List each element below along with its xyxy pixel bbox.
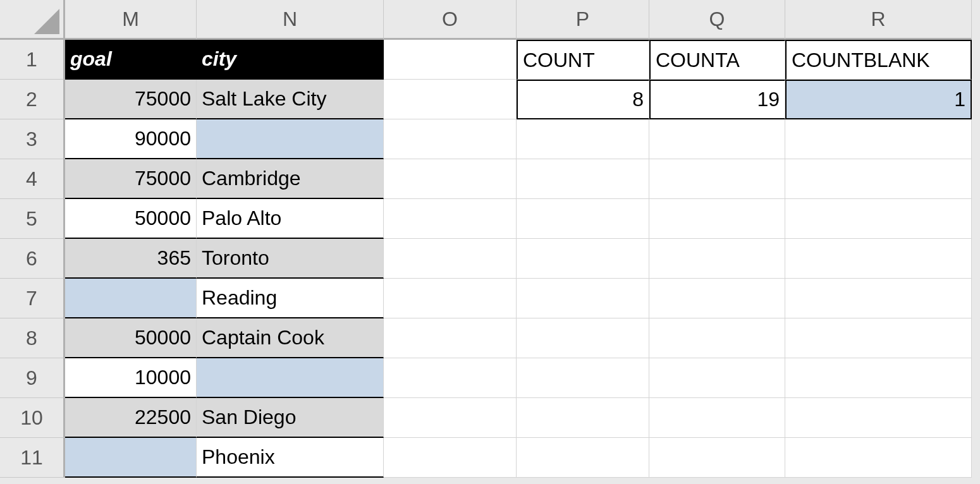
cell-M4[interactable]: 75000 <box>65 159 197 199</box>
cell-R8[interactable] <box>785 318 972 358</box>
cell-O11[interactable] <box>384 438 517 478</box>
cell-P5[interactable] <box>517 199 649 239</box>
cell-O3[interactable] <box>384 119 517 159</box>
col-header-Q[interactable]: Q <box>649 0 785 40</box>
cell-N2[interactable]: Salt Lake City <box>197 80 384 119</box>
col-header-P[interactable]: P <box>517 0 649 40</box>
row-header-6[interactable]: 6 <box>0 239 65 279</box>
col-header-O[interactable]: O <box>384 0 517 40</box>
cell-R5[interactable] <box>785 199 972 239</box>
cell-O9[interactable] <box>384 358 517 398</box>
cell-Q2[interactable]: 19 <box>649 80 785 119</box>
cell-Q3[interactable] <box>649 119 785 159</box>
cell-N6[interactable]: Toronto <box>197 239 384 279</box>
col-header-M[interactable]: M <box>65 0 197 40</box>
row-header-1[interactable]: 1 <box>0 40 65 80</box>
cell-N11[interactable]: Phoenix <box>197 438 384 478</box>
cell-P8[interactable] <box>517 318 649 358</box>
row-header-10[interactable]: 10 <box>0 398 65 438</box>
cell-O2[interactable] <box>384 80 517 119</box>
col-header-N[interactable]: N <box>197 0 384 40</box>
cell-N1[interactable]: city <box>197 40 384 80</box>
cell-Q5[interactable] <box>649 199 785 239</box>
cell-R7[interactable] <box>785 279 972 318</box>
cell-N9[interactable] <box>197 358 384 398</box>
spreadsheet-grid[interactable]: M N O P Q R 1 goal city COUNT COUNTA COU… <box>0 0 980 478</box>
row-header-4[interactable]: 4 <box>0 159 65 199</box>
cell-Q7[interactable] <box>649 279 785 318</box>
cell-M11[interactable] <box>65 438 197 478</box>
cell-N10[interactable]: San Diego <box>197 398 384 438</box>
row-header-11[interactable]: 11 <box>0 438 65 478</box>
cell-Q10[interactable] <box>649 398 785 438</box>
cell-M8[interactable]: 50000 <box>65 318 197 358</box>
cell-Q6[interactable] <box>649 239 785 279</box>
cell-Q4[interactable] <box>649 159 785 199</box>
row-header-2[interactable]: 2 <box>0 80 65 119</box>
cell-P1[interactable]: COUNT <box>517 40 649 80</box>
cell-R9[interactable] <box>785 358 972 398</box>
cell-Q1[interactable]: COUNTA <box>649 40 785 80</box>
cell-O7[interactable] <box>384 279 517 318</box>
cell-N4[interactable]: Cambridge <box>197 159 384 199</box>
select-all-corner[interactable] <box>0 0 65 40</box>
cell-P10[interactable] <box>517 398 649 438</box>
cell-Q9[interactable] <box>649 358 785 398</box>
cell-O1[interactable] <box>384 40 517 80</box>
cell-N3[interactable] <box>197 119 384 159</box>
cell-Q11[interactable] <box>649 438 785 478</box>
cell-M9[interactable]: 10000 <box>65 358 197 398</box>
cell-R1[interactable]: COUNTBLANK <box>785 40 972 80</box>
cell-O10[interactable] <box>384 398 517 438</box>
row-header-3[interactable]: 3 <box>0 119 65 159</box>
cell-P2[interactable]: 8 <box>517 80 649 119</box>
row-header-5[interactable]: 5 <box>0 199 65 239</box>
row-header-8[interactable]: 8 <box>0 318 65 358</box>
cell-M10[interactable]: 22500 <box>65 398 197 438</box>
cell-O5[interactable] <box>384 199 517 239</box>
cell-R11[interactable] <box>785 438 972 478</box>
cell-P3[interactable] <box>517 119 649 159</box>
cell-P6[interactable] <box>517 239 649 279</box>
cell-R4[interactable] <box>785 159 972 199</box>
cell-M1[interactable]: goal <box>65 40 197 80</box>
col-header-R[interactable]: R <box>785 0 972 40</box>
cell-P4[interactable] <box>517 159 649 199</box>
row-header-9[interactable]: 9 <box>0 358 65 398</box>
cell-O8[interactable] <box>384 318 517 358</box>
cell-R10[interactable] <box>785 398 972 438</box>
cell-M5[interactable]: 50000 <box>65 199 197 239</box>
cell-M6[interactable]: 365 <box>65 239 197 279</box>
cell-P9[interactable] <box>517 358 649 398</box>
cell-M2[interactable]: 75000 <box>65 80 197 119</box>
cell-R3[interactable] <box>785 119 972 159</box>
cell-O4[interactable] <box>384 159 517 199</box>
cell-M7[interactable] <box>65 279 197 318</box>
cell-M3[interactable]: 90000 <box>65 119 197 159</box>
cell-O6[interactable] <box>384 239 517 279</box>
cell-N8[interactable]: Captain Cook <box>197 318 384 358</box>
cell-N5[interactable]: Palo Alto <box>197 199 384 239</box>
cell-R2[interactable]: 1 <box>785 80 972 119</box>
cell-P7[interactable] <box>517 279 649 318</box>
cell-N7[interactable]: Reading <box>197 279 384 318</box>
cell-Q8[interactable] <box>649 318 785 358</box>
row-header-7[interactable]: 7 <box>0 279 65 318</box>
cell-P11[interactable] <box>517 438 649 478</box>
cell-R6[interactable] <box>785 239 972 279</box>
